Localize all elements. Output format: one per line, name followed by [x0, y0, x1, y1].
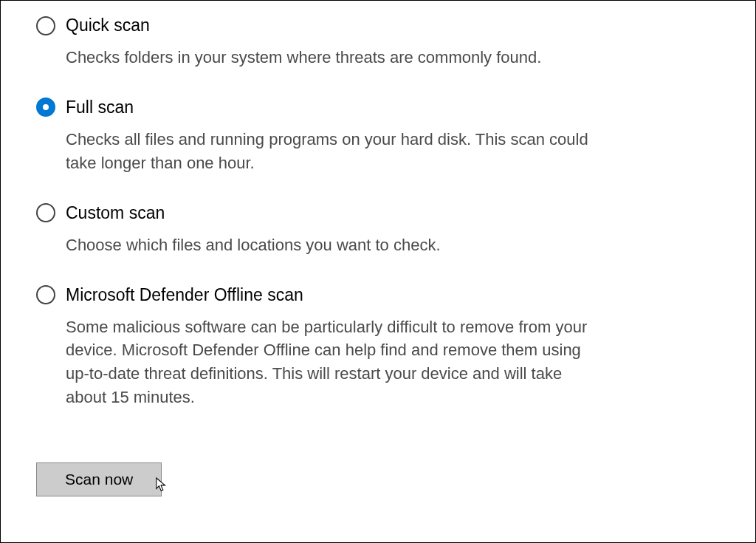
radio-offline-scan[interactable]: [36, 285, 55, 304]
radio-quick-scan[interactable]: [36, 16, 55, 35]
option-offline-scan: Microsoft Defender Offline scan Some mal…: [36, 285, 718, 410]
scan-now-label: Scan now: [65, 471, 133, 488]
cursor-icon: [155, 477, 168, 493]
option-label-offline: Microsoft Defender Offline scan: [66, 285, 303, 305]
option-desc-quick: Checks folders in your system where thre…: [66, 46, 597, 69]
option-label-quick: Quick scan: [66, 16, 150, 35]
radio-custom-scan[interactable]: [36, 203, 55, 222]
option-desc-custom: Choose which files and locations you wan…: [66, 233, 597, 257]
radio-full-scan[interactable]: [36, 98, 55, 117]
option-desc-offline: Some malicious software can be particula…: [66, 315, 597, 410]
option-full-scan: Full scan Checks all files and running p…: [36, 98, 718, 175]
option-quick-scan: Quick scan Checks folders in your system…: [36, 16, 718, 69]
scan-now-button[interactable]: Scan now: [36, 462, 162, 496]
option-label-full: Full scan: [66, 98, 134, 117]
option-header-offline[interactable]: Microsoft Defender Offline scan: [36, 285, 718, 305]
option-header-custom[interactable]: Custom scan: [36, 203, 718, 223]
option-header-quick[interactable]: Quick scan: [36, 16, 718, 35]
option-desc-full: Checks all files and running programs on…: [66, 128, 597, 175]
option-label-custom: Custom scan: [66, 203, 165, 223]
option-header-full[interactable]: Full scan: [36, 98, 718, 117]
option-custom-scan: Custom scan Choose which files and locat…: [36, 203, 718, 257]
